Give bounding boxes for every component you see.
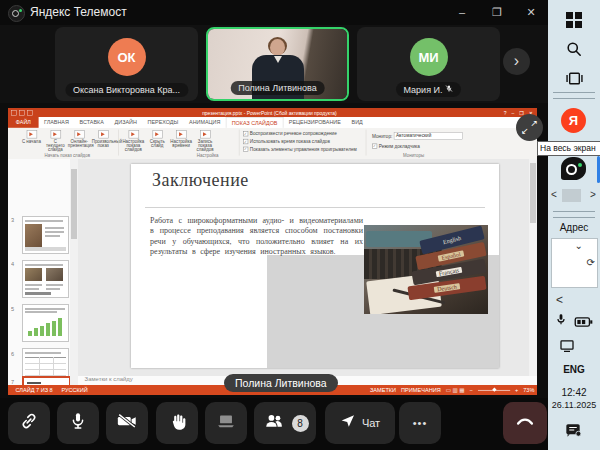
screen-share-button[interactable] [205, 402, 247, 444]
ribbon-hide-slide-button[interactable]: Скрыть слайд [146, 129, 169, 151]
ribbon-from-current-button[interactable]: С текущего слайда [44, 129, 67, 151]
participant-name-label: Мария И. [404, 85, 443, 95]
ppt-save-icon[interactable] [19, 110, 25, 116]
window-maximize-button[interactable]: ❐ [485, 0, 509, 25]
more-options-button[interactable]: ••• [399, 402, 441, 444]
address-input[interactable]: ⌄ ⟳ [551, 238, 598, 288]
window-minimize-button[interactable]: – [450, 0, 474, 25]
participants-button[interactable]: 8 [254, 402, 316, 444]
slide-thumbnail-5-chart[interactable] [22, 304, 69, 342]
avatar: МИ [410, 38, 448, 76]
chat-button[interactable]: Чат [325, 402, 395, 444]
tab-slideshow-active[interactable]: ПОКАЗ СЛАЙДОВ [226, 117, 284, 128]
status-language[interactable]: РУССКИЙ [61, 387, 87, 393]
tab-animations[interactable]: АНИМАЦИЯ [184, 117, 226, 128]
tab-file[interactable]: ФАЙЛ [8, 117, 39, 128]
clock-date[interactable]: 26.11.2025 [548, 400, 600, 410]
language-indicator[interactable]: ENG [548, 364, 600, 375]
record-icon [200, 130, 210, 138]
tab-review[interactable]: РЕЦЕНЗИРОВАНИЕ [283, 117, 346, 128]
status-notes-button[interactable]: ЗАМЕТКИ [370, 387, 396, 393]
tray-microphone-icon[interactable] [554, 312, 568, 331]
zoom-out-button[interactable]: − [470, 387, 473, 393]
slide-thumbnail-7-selected[interactable] [22, 376, 71, 385]
telemost-logo-icon [8, 5, 25, 22]
slide-body-text: Работа с широкоформатными аудио- и видео… [150, 216, 363, 257]
taskbar-search-button[interactable] [562, 37, 586, 61]
thumbnail-scrollbar[interactable] [70, 159, 78, 385]
custom-show-icon [98, 130, 108, 138]
tab-home[interactable]: ГЛАВНАЯ [39, 117, 75, 128]
zoom-in-button[interactable]: + [515, 387, 518, 393]
participant-tile-active-speaker[interactable]: Полина Литвинова [206, 27, 349, 101]
copy-link-button[interactable] [8, 402, 50, 444]
telemost-app-icon[interactable] [561, 157, 586, 180]
refresh-icon[interactable]: ⟳ [587, 257, 595, 268]
monitor-dropdown[interactable]: Монитор:Автоматический [372, 132, 463, 140]
ribbon-setup-slideshow-button[interactable]: Настройка показа слайдов [122, 129, 145, 151]
zoom-percent[interactable]: 73% [523, 387, 534, 393]
raised-hand-icon [167, 411, 188, 436]
notification-center-button[interactable] [563, 420, 583, 444]
ppt-ribbon: С начала С текущего слайда Онлайн-презен… [8, 128, 537, 160]
next-participants-button[interactable]: › [503, 48, 530, 75]
ppt-undo-icon[interactable] [27, 110, 33, 116]
window-close-button[interactable]: ✕ [519, 0, 543, 25]
ribbon-custom-show-button[interactable]: Произвольный показ [92, 129, 115, 151]
ribbon-present-online-button[interactable]: Онлайн-презентация [68, 129, 91, 151]
clock-time[interactable]: 12:42 [548, 387, 600, 398]
hidden-icons-chevron[interactable]: < [556, 293, 563, 307]
windows-taskbar: Я < > Адрес ⌄ ⟳ < ENG 12:42 26.11.2025 [548, 0, 600, 450]
slide-books-image: English Español Français Deutsch [364, 225, 488, 314]
tab-transitions[interactable]: ПЕРЕХОДЫ [142, 117, 183, 128]
status-comments-button[interactable]: ПРИМЕЧАНИЯ [401, 387, 441, 393]
tray-network-icon[interactable] [558, 336, 576, 358]
yandex-browser-icon[interactable]: Я [561, 108, 586, 133]
canvas-scrollbar[interactable] [529, 159, 537, 376]
taskbar-scrollbar-thumb[interactable] [562, 189, 581, 202]
thumb-number: 5 [11, 306, 18, 312]
participant-name-label: Полина Литвинова [238, 83, 317, 93]
app-title: Яндекс Телемост [30, 0, 127, 25]
tab-design[interactable]: ДИЗАЙН [109, 117, 142, 128]
scroll-right-arrow[interactable]: > [590, 189, 596, 200]
fullscreen-button[interactable]: ↗ ↙ [516, 114, 543, 141]
tab-view[interactable]: ВИД [346, 117, 368, 128]
telemost-titlebar: Яндекс Телемост – ❐ ✕ [0, 0, 548, 25]
ribbon-from-beginning-button[interactable]: С начала [20, 129, 43, 151]
view-mode-icons[interactable]: ▭ ▥ ▦ [446, 387, 465, 393]
zoom-slider[interactable] [478, 390, 510, 391]
slide-thumbnail-4[interactable] [22, 260, 69, 298]
hang-up-button[interactable] [503, 402, 547, 444]
scroll-left-arrow[interactable]: < [551, 189, 557, 200]
microphone-button[interactable] [57, 402, 99, 444]
ppt-minimize-button[interactable]: – [512, 110, 515, 116]
task-view-button[interactable] [562, 66, 586, 90]
participant-tile[interactable]: ОК Оксана Викторовна Кра... [55, 27, 198, 101]
checkbox-show-media-controls[interactable]: ✓Показать элементы управления проигрыват… [243, 147, 357, 152]
tray-battery-icon[interactable] [574, 314, 594, 332]
send-icon [340, 413, 356, 433]
camera-off-icon [116, 410, 138, 436]
checkbox-play-narrations[interactable]: ✓Воспроизвести речевое сопровождение [243, 131, 337, 136]
participant-name: Оксана Викторовна Кра... [65, 83, 188, 97]
start-button[interactable] [562, 8, 586, 32]
chat-label: Чат [362, 417, 380, 429]
ribbon-rehearse-timings-button[interactable]: Настройка времени [170, 129, 193, 151]
ribbon-record-slideshow-button[interactable]: Запись показа слайдов [194, 129, 217, 151]
checkbox-presenter-view[interactable]: ✓Режим докладчика [372, 144, 420, 149]
desktop: Яндекс Телемост – ❐ ✕ ОК Оксана Викторов… [0, 0, 600, 450]
status-slide-counter: СЛАЙД 7 ИЗ 8 [15, 387, 52, 393]
raise-hand-button[interactable] [156, 402, 198, 444]
ppt-ribbon-tabs: ФАЙЛ ГЛАВНАЯ ВСТАВКА ДИЗАЙН ПЕРЕХОДЫ АНИ… [8, 117, 537, 128]
camera-off-button[interactable] [106, 402, 148, 444]
checkbox-use-timings[interactable]: ✓Использовать время показа слайдов [243, 139, 330, 144]
tab-insert[interactable]: ВСТАВКА [74, 117, 109, 128]
ppt-help-button[interactable]: ? [504, 110, 507, 116]
slide-thumbnail-3[interactable] [22, 216, 69, 254]
ppt-title: презентация.pptx - PowerPoint (Сбой акти… [35, 110, 504, 116]
participant-tile[interactable]: МИ Мария И. [357, 27, 500, 101]
ppt-quick-access-icon[interactable] [11, 110, 17, 116]
dropdown-chevron-icon[interactable]: ⌄ [575, 240, 583, 251]
slide-title: Заключение [152, 170, 249, 191]
